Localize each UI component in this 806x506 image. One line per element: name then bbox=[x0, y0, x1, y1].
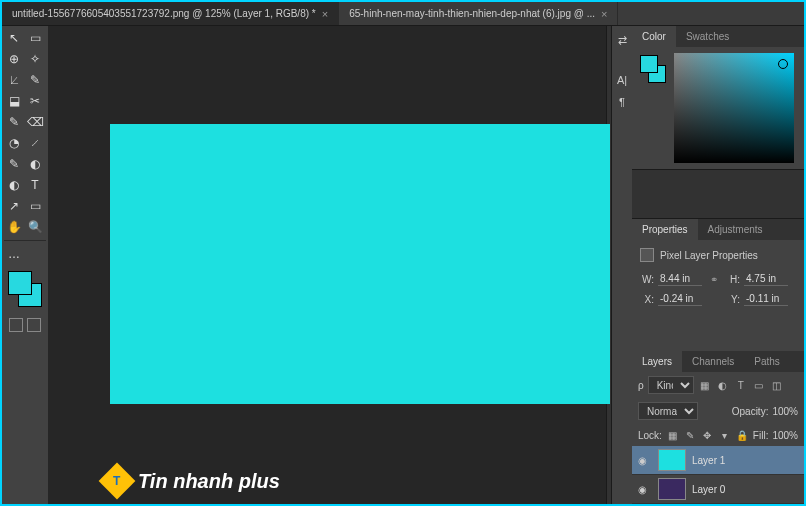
document-tabs: untitled-1556776605403551723792.png @ 12… bbox=[2, 2, 804, 26]
quick-mask-mode[interactable] bbox=[27, 318, 41, 332]
shape-tool[interactable]: ▭ bbox=[25, 196, 45, 216]
healing-tool[interactable]: ⬓ bbox=[4, 91, 24, 111]
filter-image-icon[interactable]: ▦ bbox=[698, 378, 712, 392]
visibility-icon[interactable]: ◉ bbox=[638, 484, 652, 495]
y-label: Y: bbox=[726, 294, 740, 305]
hand-tool[interactable]: ✋ bbox=[4, 217, 24, 237]
right-panels: Color Swatches Properties Adjustments Pi… bbox=[632, 26, 804, 504]
collapsed-panels: ⇄ A| ¶ bbox=[612, 26, 632, 504]
layer-0-name[interactable]: Layer 0 bbox=[692, 484, 725, 495]
color-swatch[interactable] bbox=[4, 269, 46, 311]
lock-move-icon[interactable]: ✥ bbox=[701, 428, 714, 442]
move-tool[interactable]: ↖ bbox=[4, 28, 24, 48]
tab-1-title: untitled-1556776605403551723792.png @ 12… bbox=[12, 8, 316, 19]
layer-row-1[interactable]: ◉ Layer 1 bbox=[632, 446, 804, 475]
filter-adjust-icon[interactable]: ◐ bbox=[716, 378, 730, 392]
w-value[interactable]: 8.44 in bbox=[658, 272, 702, 286]
properties-panel: Pixel Layer Properties W: 8.44 in ⚭ H: 4… bbox=[632, 240, 804, 320]
h-value[interactable]: 4.75 in bbox=[744, 272, 788, 286]
spacer bbox=[706, 293, 722, 305]
picker-cursor bbox=[778, 59, 788, 69]
blend-mode-select[interactable]: Normal bbox=[638, 402, 698, 420]
h-label: H: bbox=[726, 274, 740, 285]
gradient-tool[interactable]: ◔ bbox=[4, 133, 24, 153]
filter-shape-icon[interactable]: ▭ bbox=[752, 378, 766, 392]
visibility-icon[interactable]: ◉ bbox=[638, 455, 652, 466]
watermark: Tin nhanh plus bbox=[104, 468, 280, 494]
eyedropper-tool[interactable]: ✎ bbox=[25, 70, 45, 90]
layer-thumbnail[interactable] bbox=[658, 449, 686, 471]
blur-tool[interactable]: ⟋ bbox=[25, 133, 45, 153]
tab-adjustments[interactable]: Adjustments bbox=[698, 219, 773, 240]
tab-channels[interactable]: Channels bbox=[682, 351, 744, 372]
y-value[interactable]: -0.11 in bbox=[744, 292, 788, 306]
tab-2-title: 65-hinh-nen-may-tinh-thien-nhien-dep-nha… bbox=[349, 8, 595, 19]
props-tabs: Properties Adjustments bbox=[632, 219, 804, 240]
tab-color[interactable]: Color bbox=[632, 26, 676, 47]
lock-transparent-icon[interactable]: ▦ bbox=[666, 428, 679, 442]
standard-mode[interactable] bbox=[9, 318, 23, 332]
direct-select-tool[interactable]: ↗ bbox=[4, 196, 24, 216]
w-label: W: bbox=[640, 274, 654, 285]
close-icon[interactable]: × bbox=[601, 8, 607, 20]
mini-fg-swatch[interactable] bbox=[640, 55, 658, 73]
tab-swatches[interactable]: Swatches bbox=[676, 26, 739, 47]
fill-label: Fill: bbox=[753, 430, 769, 441]
layers-panel: ρ Kind ▦ ◐ T ▭ ◫ Normal Opacity: 100% Lo… bbox=[632, 372, 804, 504]
panel-gap bbox=[632, 169, 804, 219]
lock-nest-icon[interactable]: ▾ bbox=[718, 428, 731, 442]
tab-1[interactable]: untitled-1556776605403551723792.png @ 12… bbox=[2, 2, 339, 25]
filter-type-icon[interactable]: T bbox=[734, 378, 748, 392]
close-icon[interactable]: × bbox=[322, 8, 328, 20]
filter-smart-icon[interactable]: ◫ bbox=[770, 378, 784, 392]
character-icon[interactable]: A| bbox=[614, 72, 630, 88]
lock-brush-icon[interactable]: ✎ bbox=[683, 428, 696, 442]
dodge-tool[interactable]: ✎ bbox=[4, 154, 24, 174]
link-icon[interactable]: ⚭ bbox=[706, 273, 722, 285]
color-picker[interactable] bbox=[674, 53, 794, 163]
tools-palette: ↖ ▭ ⊕ ✧ ⟀ ✎ ⬓ ✂ ✎ ⌫ ◔ ⟋ ✎ ◐ ◐ T ↗ ▭ ✋ 🔍 … bbox=[2, 26, 48, 504]
separator bbox=[4, 240, 46, 241]
brush-tool[interactable]: ✂ bbox=[25, 91, 45, 111]
path-tool[interactable]: ◐ bbox=[4, 175, 24, 195]
layers-tabs: Layers Channels Paths bbox=[632, 351, 804, 372]
tab-paths[interactable]: Paths bbox=[744, 351, 790, 372]
lock-all-icon[interactable]: 🔒 bbox=[735, 428, 748, 442]
zoom-tool[interactable]: 🔍 bbox=[25, 217, 45, 237]
crop-tool[interactable]: ⟀ bbox=[4, 70, 24, 90]
x-label: X: bbox=[640, 294, 654, 305]
opacity-value[interactable]: 100% bbox=[772, 406, 798, 417]
watermark-icon bbox=[99, 463, 136, 500]
layer-row-0[interactable]: ◉ Layer 0 bbox=[632, 475, 804, 504]
lock-label: Lock: bbox=[638, 430, 662, 441]
pixel-layer-icon bbox=[640, 248, 654, 262]
layer-thumbnail[interactable] bbox=[658, 478, 686, 500]
wand-tool[interactable]: ✧ bbox=[25, 49, 45, 69]
pen-tool[interactable]: ◐ bbox=[25, 154, 45, 174]
paragraph-icon[interactable]: ¶ bbox=[614, 94, 630, 110]
more-tools[interactable]: … bbox=[4, 244, 24, 264]
tab-layers[interactable]: Layers bbox=[632, 351, 682, 372]
type-tool[interactable]: T bbox=[25, 175, 45, 195]
x-value[interactable]: -0.24 in bbox=[658, 292, 702, 306]
watermark-text: Tin nhanh plus bbox=[138, 470, 280, 493]
color-panel bbox=[632, 47, 804, 169]
tab-properties[interactable]: Properties bbox=[632, 219, 698, 240]
stamp-tool[interactable]: ✎ bbox=[4, 112, 24, 132]
props-title: Pixel Layer Properties bbox=[660, 250, 758, 261]
opacity-label: Opacity: bbox=[732, 406, 769, 417]
layer-1-name[interactable]: Layer 1 bbox=[692, 455, 725, 466]
kind-label: ρ bbox=[638, 380, 644, 391]
canvas[interactable] bbox=[110, 124, 610, 404]
kind-select[interactable]: Kind bbox=[648, 376, 694, 394]
fill-value[interactable]: 100% bbox=[772, 430, 798, 441]
lasso-tool[interactable]: ⊕ bbox=[4, 49, 24, 69]
history-icon[interactable]: ⇄ bbox=[614, 32, 630, 48]
color-tabs: Color Swatches bbox=[632, 26, 804, 47]
foreground-swatch[interactable] bbox=[8, 271, 32, 295]
eraser-tool[interactable]: ⌫ bbox=[25, 112, 45, 132]
mini-swatch[interactable] bbox=[638, 53, 668, 93]
tab-2[interactable]: 65-hinh-nen-may-tinh-thien-nhien-dep-nha… bbox=[339, 2, 618, 25]
canvas-area: Tin nhanh plus bbox=[48, 26, 606, 504]
marquee-tool[interactable]: ▭ bbox=[25, 28, 45, 48]
